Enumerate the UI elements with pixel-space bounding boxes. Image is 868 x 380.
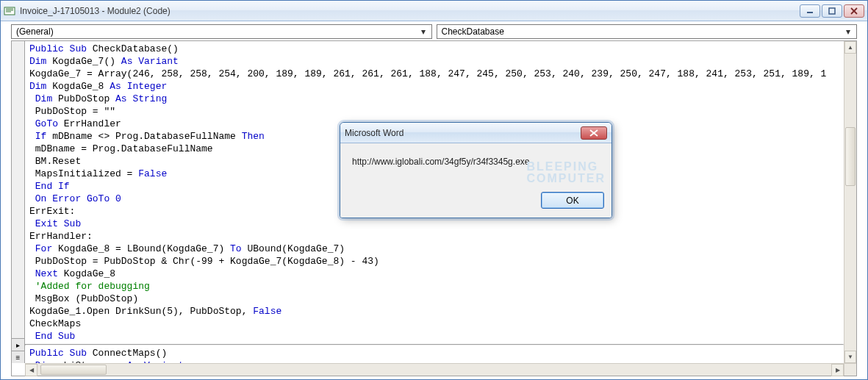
dialog-titlebar[interactable]: Microsoft Word: [340, 123, 611, 143]
scroll-left-button[interactable]: ◀: [25, 364, 37, 376]
object-dropdown-value: (General): [16, 26, 54, 37]
minimize-button[interactable]: [800, 4, 820, 18]
vertical-scrollbar[interactable]: ▲ ▼: [844, 41, 856, 363]
full-module-view-button[interactable]: ≡: [12, 351, 24, 363]
scroll-right-button[interactable]: ▶: [831, 364, 844, 376]
gutter: ▸ ≡: [12, 41, 25, 363]
dialog-body: http://www.iglobali.com/34gf5y/r34f3345g…: [340, 143, 611, 187]
scroll-up-button[interactable]: ▲: [844, 41, 856, 54]
scroll-corner: [844, 363, 856, 376]
procedure-view-button[interactable]: ▸: [12, 338, 24, 351]
ok-button[interactable]: OK: [541, 192, 604, 209]
procedure-dropdown[interactable]: CheckDatabase ▾: [437, 24, 858, 39]
scroll-down-button[interactable]: ▼: [844, 351, 856, 363]
svg-rect-2: [829, 8, 835, 14]
chevron-down-icon: ▾: [418, 26, 428, 37]
h-scroll-track[interactable]: [37, 364, 831, 376]
watermark-line2: COMPUTER: [526, 173, 606, 184]
message-dialog: Microsoft Word http://www.iglobali.com/3…: [340, 122, 612, 218]
chevron-down-icon: ▾: [843, 26, 853, 37]
vba-module-icon: [4, 5, 15, 17]
window-title: Invoice_J-17105013 - Module2 (Code): [20, 6, 800, 16]
close-button[interactable]: [844, 4, 864, 18]
procedure-dropdown-value: CheckDatabase: [442, 26, 504, 37]
object-dropdown[interactable]: (General) ▾: [11, 24, 432, 39]
dialog-close-button[interactable]: [581, 126, 607, 140]
v-scroll-thumb[interactable]: [845, 127, 856, 186]
dropdown-row: (General) ▾ CheckDatabase ▾: [1, 21, 867, 40]
dialog-title: Microsoft Word: [345, 128, 581, 138]
maximize-button[interactable]: [822, 4, 842, 18]
titlebar[interactable]: Invoice_J-17105013 - Module2 (Code): [1, 1, 867, 21]
v-scroll-track[interactable]: [844, 54, 856, 351]
dialog-footer: OK: [340, 187, 611, 218]
dialog-message: http://www.iglobali.com/34gf5y/r34f3345g…: [352, 157, 600, 167]
h-scroll-thumb[interactable]: [40, 365, 107, 375]
horizontal-scrollbar[interactable]: ◀ ▶: [25, 363, 844, 376]
